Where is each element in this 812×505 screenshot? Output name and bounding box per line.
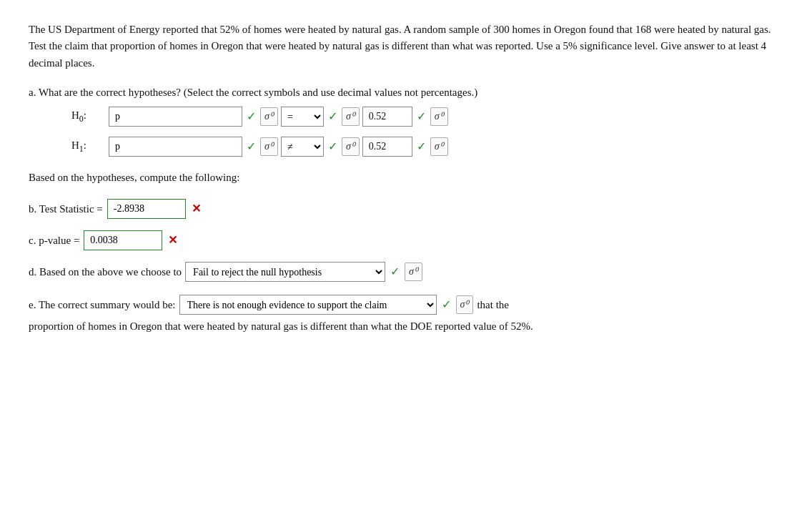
h0-var-sigma[interactable]: σ⁰ (260, 107, 278, 126)
h0-label: H0: (71, 107, 106, 126)
part-e-sigma[interactable]: σ⁰ (456, 295, 474, 314)
part-d-row: d. Based on the above we choose to Fail … (29, 262, 783, 282)
part-a-section: a. What are the correct hypotheses? (Sel… (29, 84, 783, 157)
h1-op-check: ✓ (328, 138, 337, 156)
test-statistic-input[interactable] (107, 199, 186, 219)
h0-var-check: ✓ (247, 108, 256, 126)
h0-val-check: ✓ (417, 108, 426, 126)
h1-label: H1: (71, 137, 106, 156)
part-b-section: b. Test Statistic = ✕ (29, 199, 783, 219)
part-b-xmark: ✕ (192, 200, 201, 218)
h1-var-check: ✓ (247, 138, 256, 156)
part-c-label: c. p-value = (29, 232, 79, 249)
part-c-xmark: ✕ (168, 232, 177, 250)
part-d-check: ✓ (390, 263, 400, 281)
h0-op-check: ✓ (328, 108, 337, 126)
h0-row: H0: ✓ σ⁰ = ≠ < > ≤ ≥ ✓ σ⁰ 0.52 ✓ σ⁰ (71, 107, 783, 127)
part-c-section: c. p-value = ✕ (29, 230, 783, 250)
hypotheses-compute-section: Based on the hypotheses, compute the fol… (29, 170, 783, 186)
part-d-dropdown[interactable]: Fail to reject the null hypothesis Rejec… (185, 262, 385, 282)
h1-variable-input[interactable] (109, 137, 242, 157)
h1-op-sigma[interactable]: σ⁰ (342, 137, 360, 156)
h1-operator-select[interactable]: = ≠ < > ≤ ≥ (281, 137, 324, 157)
hypotheses-compute-label: Based on the hypotheses, compute the fol… (29, 170, 783, 186)
h1-val-sigma[interactable]: σ⁰ (430, 137, 448, 156)
h0-variable-input[interactable] (109, 107, 242, 127)
part-b-label: b. Test Statistic = (29, 201, 103, 217)
part-e-label-start: e. The correct summary would be: (29, 297, 176, 313)
part-d-sigma[interactable]: σ⁰ (405, 263, 422, 281)
h0-op-sigma[interactable]: σ⁰ (342, 107, 360, 126)
part-e-label-end1: that the (477, 297, 509, 313)
part-e-text-end: proportion of homes in Oregon that were … (29, 318, 783, 335)
part-d-section: d. Based on the above we choose to Fail … (29, 262, 783, 282)
part-e-check: ✓ (442, 296, 451, 314)
part-d-label: d. Based on the above we choose to (29, 264, 182, 280)
problem-statement: The US Department of Energy reported tha… (29, 21, 779, 72)
part-e-section: e. The correct summary would be: There i… (29, 295, 783, 335)
h0-value-box: 0.52 (362, 107, 412, 127)
h0-operator-select[interactable]: = ≠ < > ≤ ≥ (281, 107, 324, 127)
h1-val-check: ✓ (417, 138, 426, 156)
pvalue-input[interactable] (84, 230, 162, 250)
h1-value-box: 0.52 (362, 137, 412, 157)
part-e-line1: e. The correct summary would be: There i… (29, 295, 783, 315)
h1-row: H1: ✓ σ⁰ = ≠ < > ≤ ≥ ✓ σ⁰ 0.52 ✓ σ⁰ (71, 137, 783, 157)
h0-val-sigma[interactable]: σ⁰ (430, 107, 448, 126)
h1-var-sigma[interactable]: σ⁰ (260, 137, 278, 156)
part-e-dropdown[interactable]: There is not enough evidence to support … (179, 295, 437, 315)
part-a-label: a. What are the correct hypotheses? (Sel… (29, 84, 783, 101)
